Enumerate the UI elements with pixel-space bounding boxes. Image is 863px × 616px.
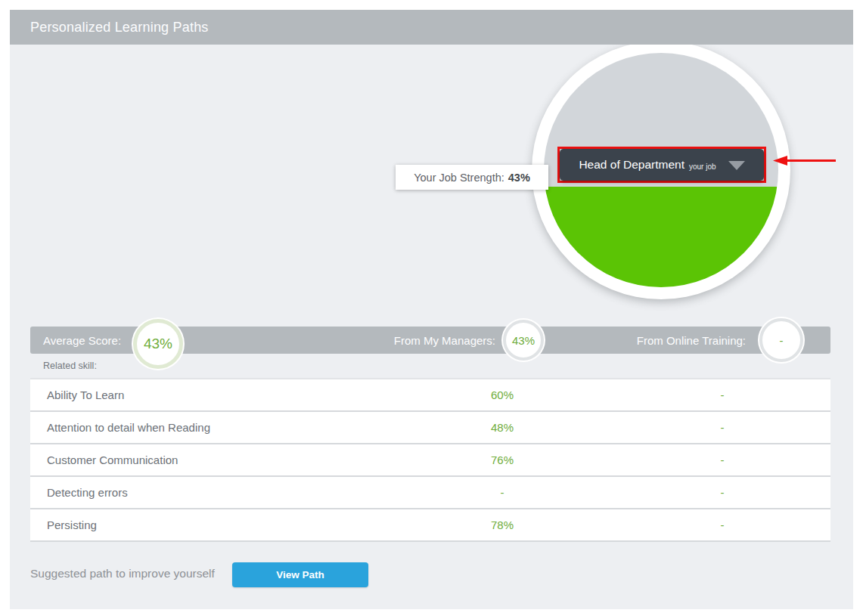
related-skill-label: Related skill: bbox=[43, 361, 97, 371]
card-titlebar: Personalized Learning Paths bbox=[10, 10, 853, 45]
annotation-arrow-icon bbox=[773, 154, 836, 167]
skill-name: Detecting errors bbox=[30, 486, 128, 499]
skill-name: Customer Communication bbox=[30, 453, 178, 466]
skill-name: Attention to detail when Reading bbox=[30, 421, 210, 434]
skill-managers-value: - bbox=[472, 477, 532, 508]
skill-name: Ability To Learn bbox=[30, 388, 124, 401]
average-score-badge: 43% bbox=[133, 319, 183, 369]
skill-name: Persisting bbox=[30, 518, 97, 531]
table-row: Customer Communication 76% - bbox=[30, 444, 830, 477]
from-online-badge: - bbox=[759, 318, 803, 362]
skill-managers-value: 76% bbox=[472, 444, 532, 475]
from-managers-badge: 43% bbox=[503, 320, 544, 361]
table-row: Detecting errors - - bbox=[30, 477, 830, 509]
average-score-value: 43% bbox=[144, 336, 172, 352]
suggestion-text: Suggested path to improve yourself bbox=[30, 567, 215, 580]
skills-rows: Ability To Learn 60% - Attention to deta… bbox=[30, 379, 830, 542]
job-selector-suffix: your job bbox=[689, 163, 716, 171]
skills-table: Average Score: From My Managers: From On… bbox=[30, 327, 830, 542]
skill-managers-value: 60% bbox=[472, 379, 532, 410]
tooltip-label: Your Job Strength: bbox=[414, 172, 504, 184]
job-strength-tooltip: Your Job Strength: 43% bbox=[396, 165, 548, 190]
table-row: Persisting 78% - bbox=[30, 509, 830, 542]
from-managers-label: From My Managers: bbox=[394, 327, 495, 354]
skill-online-value: - bbox=[692, 379, 753, 410]
tooltip-value: 43% bbox=[508, 172, 530, 184]
skill-online-value: - bbox=[692, 444, 753, 475]
average-score-label: Average Score: bbox=[43, 327, 121, 354]
skill-online-value: - bbox=[692, 509, 753, 540]
from-online-value: - bbox=[780, 334, 784, 347]
table-row: Ability To Learn 60% - bbox=[30, 379, 830, 412]
job-selector-label: Head of Department bbox=[579, 158, 685, 172]
skill-online-value: - bbox=[692, 477, 753, 508]
page-title: Personalized Learning Paths bbox=[10, 20, 209, 36]
table-header-bar: Average Score: From My Managers: From On… bbox=[30, 327, 830, 354]
skill-managers-value: 78% bbox=[472, 509, 532, 540]
annotation-highlight-box: Head of Department your job bbox=[557, 147, 766, 183]
job-selector-dropdown[interactable]: Head of Department your job bbox=[560, 149, 764, 181]
from-online-label: From Online Training: bbox=[637, 327, 746, 354]
from-managers-value: 43% bbox=[512, 334, 535, 347]
chevron-down-icon bbox=[728, 161, 745, 170]
table-row: Attention to detail when Reading 48% - bbox=[30, 412, 830, 444]
skill-online-value: - bbox=[692, 412, 753, 443]
skill-managers-value: 48% bbox=[472, 412, 532, 443]
view-path-button[interactable]: View Path bbox=[232, 562, 368, 587]
